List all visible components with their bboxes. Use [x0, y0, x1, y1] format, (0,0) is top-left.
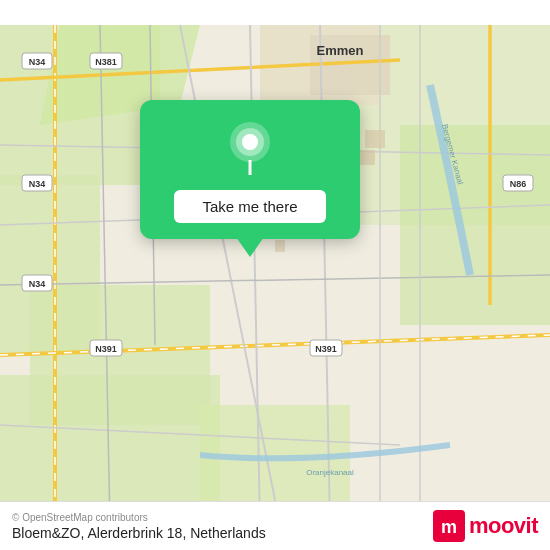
location-name: Bloem&ZO, Alerderbrink 18, Netherlands	[12, 525, 266, 541]
svg-text:N391: N391	[95, 344, 117, 354]
map-container: N34 N34 N34 N381 N391 N391 N86 Emmen Ber…	[0, 0, 550, 550]
svg-text:N86: N86	[510, 179, 527, 189]
take-me-there-button[interactable]: Take me there	[174, 190, 325, 223]
svg-text:Oranjekanaal: Oranjekanaal	[306, 468, 354, 477]
moovit-logo: m moovit	[433, 510, 538, 542]
svg-text:N34: N34	[29, 279, 46, 289]
location-card: Take me there	[140, 100, 360, 239]
svg-text:N34: N34	[29, 179, 46, 189]
svg-rect-49	[365, 130, 385, 148]
svg-rect-47	[275, 240, 285, 252]
copyright-text: © OpenStreetMap contributors	[12, 512, 266, 523]
bottom-bar: © OpenStreetMap contributors Bloem&ZO, A…	[0, 501, 550, 550]
svg-text:Emmen: Emmen	[317, 43, 364, 58]
pin-icon	[225, 120, 275, 180]
svg-point-53	[242, 134, 258, 150]
svg-text:N391: N391	[315, 344, 337, 354]
moovit-text: moovit	[469, 513, 538, 539]
svg-text:N381: N381	[95, 57, 117, 67]
moovit-icon: m	[433, 510, 465, 542]
svg-text:N34: N34	[29, 57, 46, 67]
bottom-left: © OpenStreetMap contributors Bloem&ZO, A…	[12, 512, 266, 541]
map-background: N34 N34 N34 N381 N391 N391 N86 Emmen Ber…	[0, 0, 550, 550]
svg-text:m: m	[441, 517, 457, 537]
